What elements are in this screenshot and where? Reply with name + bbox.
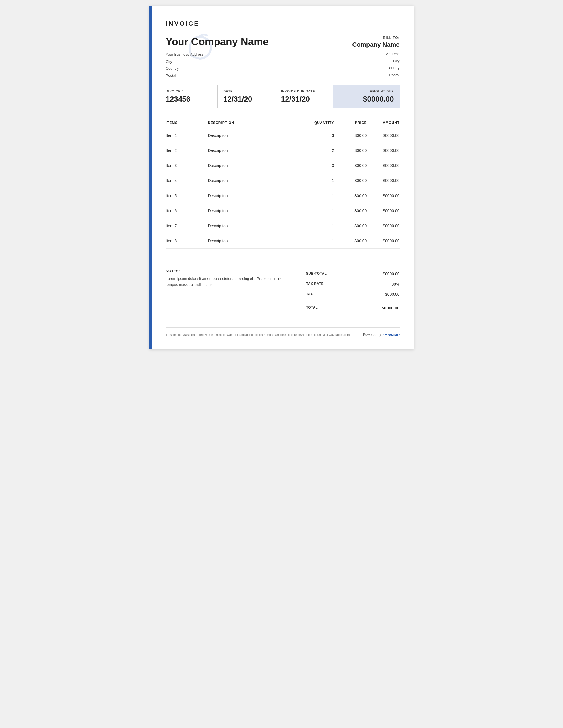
table-row: Item 5 Description 1 $00.00 $0000.00	[166, 188, 400, 203]
row-quantity: 1	[301, 188, 334, 203]
table-row: Item 6 Description 1 $00.00 $0000.00	[166, 203, 400, 218]
page-footer: This invoice was generated with the help…	[166, 327, 400, 341]
tax-row: TAX $000.00	[306, 289, 400, 299]
amount-due-cell: AMOUNT DUE $0000.00	[333, 85, 400, 108]
row-amount: $0000.00	[367, 218, 400, 233]
tax-value: $000.00	[385, 292, 400, 297]
row-description: Description	[208, 128, 301, 143]
subtotal-label: SUB-TOTAL	[306, 272, 327, 276]
row-price: $00.00	[334, 128, 367, 143]
bill-to-address-line: Address	[352, 51, 400, 58]
powered-by-text: Powered by	[363, 333, 381, 337]
company-country: Country	[166, 65, 268, 72]
row-item-name: Item 5	[166, 188, 208, 203]
company-address-line1: Your Business Address	[166, 51, 268, 58]
company-name: Your Company Name	[166, 36, 268, 48]
row-price: $00.00	[334, 173, 367, 188]
table-row: Item 1 Description 3 $00.00 $0000.00	[166, 128, 400, 143]
company-postal: Postal	[166, 72, 268, 79]
row-amount: $0000.00	[367, 143, 400, 158]
powered-by: Powered by 〜 wave	[363, 332, 400, 338]
row-item-name: Item 2	[166, 143, 208, 158]
table-row: Item 3 Description 3 $00.00 $0000.00	[166, 158, 400, 173]
row-item-name: Item 1	[166, 128, 208, 143]
amount-due-value: $0000.00	[339, 95, 394, 104]
items-table: ITEMS DESCRIPTION QUANTITY PRICE AMOUNT …	[166, 118, 400, 249]
invoice-title: INVOICE	[166, 20, 199, 27]
table-row: Item 7 Description 1 $00.00 $0000.00	[166, 218, 400, 233]
tax-rate-label: TAX RATE	[306, 282, 324, 286]
row-item-name: Item 4	[166, 173, 208, 188]
row-price: $00.00	[334, 203, 367, 218]
tax-rate-row: TAX RATE 00%	[306, 279, 400, 289]
invoice-page: INVOICE Your Company Name Your Business …	[149, 6, 414, 349]
total-row: TOTAL $0000.00	[306, 303, 400, 313]
bill-to-postal: Postal	[352, 72, 400, 79]
row-quantity: 1	[301, 233, 334, 248]
bill-to-label: BILL TO:	[352, 36, 400, 40]
totals-section: SUB-TOTAL $0000.00 TAX RATE 00% TAX $000…	[306, 269, 400, 313]
notes-text: Lorem ipsum dolor sit amet, consectetur …	[166, 276, 295, 288]
row-quantity: 1	[301, 173, 334, 188]
row-description: Description	[208, 158, 301, 173]
company-city: City	[166, 58, 268, 65]
tax-rate-value: 00%	[392, 282, 400, 286]
row-description: Description	[208, 203, 301, 218]
row-description: Description	[208, 218, 301, 233]
row-quantity: 3	[301, 128, 334, 143]
row-quantity: 3	[301, 158, 334, 173]
row-price: $00.00	[334, 158, 367, 173]
row-price: $00.00	[334, 218, 367, 233]
invoice-details-bar: INVOICE # 123456 DATE 12/31/20 INVOICE D…	[166, 85, 400, 108]
notes-section: NOTES: Lorem ipsum dolor sit amet, conse…	[166, 269, 295, 313]
date-cell: DATE 12/31/20	[218, 85, 275, 108]
date-label: DATE	[223, 90, 269, 93]
waveapps-link[interactable]: waveapps.com	[329, 333, 350, 336]
due-date-label: INVOICE DUE DATE	[281, 90, 327, 93]
row-description: Description	[208, 233, 301, 248]
footer-section: NOTES: Lorem ipsum dolor sit amet, conse…	[166, 260, 400, 313]
row-quantity: 1	[301, 218, 334, 233]
notes-label: NOTES:	[166, 269, 295, 273]
bill-to-country: Country	[352, 65, 400, 72]
row-amount: $0000.00	[367, 203, 400, 218]
bill-to-city: City	[352, 58, 400, 65]
invoice-number-cell: INVOICE # 123456	[166, 85, 218, 108]
row-amount: $0000.00	[367, 173, 400, 188]
total-label: TOTAL	[306, 305, 318, 310]
row-item-name: Item 7	[166, 218, 208, 233]
tax-label: TAX	[306, 292, 313, 297]
invoice-number-label: INVOICE #	[166, 90, 212, 93]
invoice-number-value: 123456	[166, 95, 212, 104]
table-row: Item 8 Description 1 $00.00 $0000.00	[166, 233, 400, 248]
row-description: Description	[208, 143, 301, 158]
bill-to-address: Address City Country Postal	[352, 51, 400, 79]
col-header-items: ITEMS	[166, 118, 208, 128]
row-description: Description	[208, 173, 301, 188]
table-row: Item 2 Description 2 $00.00 $0000.00	[166, 143, 400, 158]
row-quantity: 2	[301, 143, 334, 158]
row-amount: $0000.00	[367, 188, 400, 203]
table-row: Item 4 Description 1 $00.00 $0000.00	[166, 173, 400, 188]
date-value: 12/31/20	[223, 95, 269, 104]
row-item-name: Item 8	[166, 233, 208, 248]
subtotal-value: $0000.00	[383, 272, 400, 276]
row-quantity: 1	[301, 203, 334, 218]
due-date-cell: INVOICE DUE DATE 12/31/20	[275, 85, 333, 108]
row-price: $00.00	[334, 233, 367, 248]
company-address: Your Business Address City Country Posta…	[166, 51, 268, 79]
subtotal-row: SUB-TOTAL $0000.00	[306, 269, 400, 279]
row-item-name: Item 3	[166, 158, 208, 173]
wave-logo-text: wave	[388, 332, 400, 338]
total-value: $0000.00	[382, 305, 400, 310]
col-header-amount: AMOUNT	[367, 118, 400, 128]
company-section: Your Company Name Your Business Address …	[166, 36, 400, 79]
footer-note: This invoice was generated with the help…	[166, 333, 350, 336]
wave-logo-icon: 〜	[383, 332, 387, 338]
bill-to-section: BILL TO: Company Name Address City Count…	[352, 36, 400, 79]
amount-due-label: AMOUNT DUE	[339, 90, 394, 93]
wave-logo: 〜 wave	[383, 332, 400, 338]
row-price: $00.00	[334, 143, 367, 158]
col-header-quantity: QUANTITY	[301, 118, 334, 128]
col-header-price: PRICE	[334, 118, 367, 128]
